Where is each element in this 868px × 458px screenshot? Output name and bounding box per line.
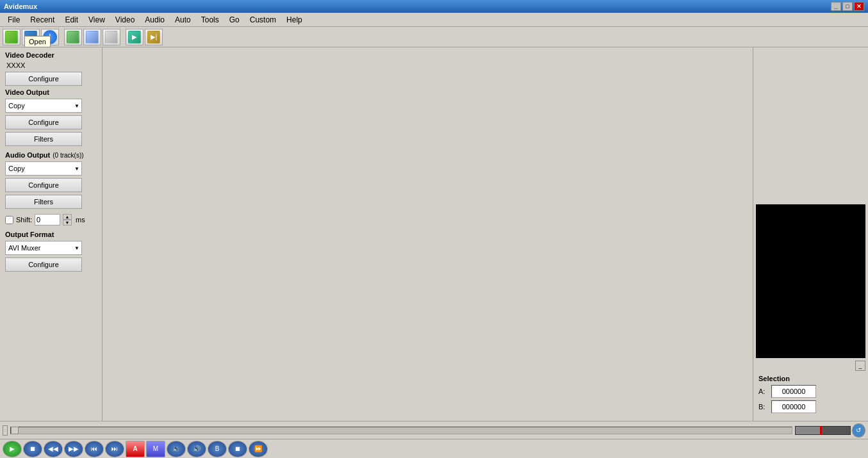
menu-tools[interactable]: Tools: [196, 14, 224, 26]
menu-custom[interactable]: Custom: [245, 14, 281, 26]
timeline-thumb[interactable]: [11, 427, 19, 434]
shift-spinner: ▲ ▼: [63, 214, 73, 225]
controlbar: ▶ ⏹ ◀◀ ▶▶ ⏮ ⏭ A M 🔉 🔊 B ⏹ ⏩: [0, 439, 868, 458]
menu-file[interactable]: File: [3, 14, 25, 26]
next-key-button[interactable]: ⏭: [105, 441, 124, 457]
toolbar-props-button[interactable]: [102, 29, 120, 45]
audio-output-dropdown-wrapper: Copy AAC MP3 AC3: [5, 161, 82, 176]
selection-b-input[interactable]: [771, 400, 816, 413]
output-format-select[interactable]: AVI Muxer MP4 Muxer MKV Muxer: [5, 241, 82, 255]
right-inner: _ Selection A: B:: [756, 50, 865, 418]
audio-output-label: Audio Output: [5, 151, 50, 159]
shift-input[interactable]: [35, 214, 60, 225]
minimize-panel-button[interactable]: _: [855, 361, 865, 371]
menu-video[interactable]: Video: [110, 14, 140, 26]
vol-down-button[interactable]: 🔉: [167, 441, 186, 457]
ms-label: ms: [76, 216, 85, 224]
set-b-button[interactable]: B: [208, 441, 227, 457]
video-output-dropdown-wrapper: Copy xvid4 x264 FFV1: [5, 99, 82, 113]
copy2-icon: [86, 31, 99, 44]
close-button[interactable]: ✕: [854, 2, 864, 11]
selection-a-label: A:: [758, 388, 769, 395]
selection-title: Selection: [758, 375, 863, 382]
audio-track-info: (0 track(s)): [53, 152, 83, 159]
rewind-button[interactable]: ◀◀: [44, 441, 63, 457]
video-decoder-label: Video Decoder: [5, 51, 97, 59]
mini-btn-wrapper: _: [855, 361, 865, 371]
menu-audio[interactable]: Audio: [140, 14, 170, 26]
open-icon: [5, 31, 18, 44]
selection-panel: Selection A: B:: [756, 372, 865, 418]
next-icon: ▶|: [147, 31, 160, 44]
selection-b-row: B:: [758, 400, 863, 413]
video-filters-button[interactable]: Filters: [5, 132, 82, 146]
video-output-configure-button[interactable]: Configure: [5, 115, 82, 129]
end-button[interactable]: ⏹: [228, 441, 247, 457]
video-decoder-configure-button[interactable]: Configure: [5, 72, 82, 86]
toolbar-copy1-button[interactable]: [64, 29, 82, 45]
video-output-label: Video Output: [5, 88, 97, 96]
toolbar: i ▶ ▶| Open: [0, 27, 868, 47]
timeline: ↺: [0, 421, 868, 439]
toolbar-play-button[interactable]: ▶: [126, 29, 143, 45]
minimize-button[interactable]: _: [831, 2, 841, 11]
titlebar-controls: _ □ ✕: [831, 2, 864, 11]
menubar: File Recent Edit View Video Audio Auto T…: [0, 13, 868, 27]
toolbar-tooltip: Open: [24, 36, 51, 47]
fast-forward-button[interactable]: ⏩: [249, 441, 268, 457]
menu-go[interactable]: Go: [224, 14, 245, 26]
audio-filters-button[interactable]: Filters: [5, 195, 82, 209]
toolbar-open-button[interactable]: [3, 29, 20, 45]
menu-edit[interactable]: Edit: [60, 14, 83, 26]
right-panel: _ Selection A: B:: [753, 47, 868, 421]
prev-key-button[interactable]: ⏮: [85, 441, 104, 457]
preview-area: [756, 204, 865, 359]
selection-a-input[interactable]: [771, 385, 816, 398]
menu-help[interactable]: Help: [281, 14, 307, 26]
output-format-dropdown-wrapper: AVI Muxer MP4 Muxer MKV Muxer: [5, 241, 82, 255]
props-icon: [105, 31, 118, 44]
volume-bar: [795, 426, 851, 435]
timeline-slider[interactable]: [10, 427, 792, 434]
stop-button[interactable]: ⏹: [23, 441, 42, 457]
titlebar: Avidemux _ □ ✕: [0, 0, 868, 13]
audio-output-configure-button[interactable]: Configure: [5, 178, 82, 192]
selection-b-label: B:: [758, 403, 769, 411]
left-panel: Video Decoder XXXX Configure Video Outpu…: [0, 47, 102, 421]
shift-row: Shift: ▲ ▼ ms: [5, 214, 97, 225]
play-icon: ▶: [128, 31, 141, 44]
shift-label: Shift:: [16, 216, 32, 224]
video-codec-name: XXXX: [5, 61, 97, 69]
mark-button[interactable]: M: [146, 441, 165, 457]
play-button[interactable]: ▶: [3, 441, 22, 457]
shift-down-button[interactable]: ▼: [63, 220, 72, 225]
volume-indicator: [820, 426, 822, 435]
menu-view[interactable]: View: [83, 14, 110, 26]
volume-fill: [796, 427, 820, 434]
vol-up-button[interactable]: 🔊: [187, 441, 206, 457]
center-area: [102, 47, 753, 421]
maximize-button[interactable]: □: [842, 2, 853, 11]
main-area: Video Decoder XXXX Configure Video Outpu…: [0, 47, 868, 421]
copy1-icon: [67, 31, 79, 44]
titlebar-title: Avidemux: [4, 3, 37, 10]
volume-cycle-button[interactable]: ↺: [852, 423, 865, 438]
shift-checkbox[interactable]: [5, 216, 13, 224]
volume-control: ↺: [795, 424, 865, 437]
menu-recent[interactable]: Recent: [25, 14, 60, 26]
set-a-button[interactable]: A: [126, 441, 145, 457]
video-output-select[interactable]: Copy xvid4 x264 FFV1: [5, 99, 82, 113]
output-format-label: Output Format: [5, 231, 97, 238]
audio-output-select[interactable]: Copy AAC MP3 AC3: [5, 161, 82, 176]
selection-a-row: A:: [758, 385, 863, 398]
audio-output-header: Audio Output (0 track(s)): [5, 151, 97, 161]
timeline-left-handle[interactable]: [3, 425, 8, 436]
shift-up-button[interactable]: ▲: [63, 214, 72, 220]
step-forward-button[interactable]: ▶▶: [64, 441, 83, 457]
output-format-configure-button[interactable]: Configure: [5, 258, 82, 272]
toolbar-copy2-button[interactable]: [83, 29, 101, 45]
menu-auto[interactable]: Auto: [170, 14, 196, 26]
toolbar-next-button[interactable]: ▶|: [145, 29, 163, 45]
